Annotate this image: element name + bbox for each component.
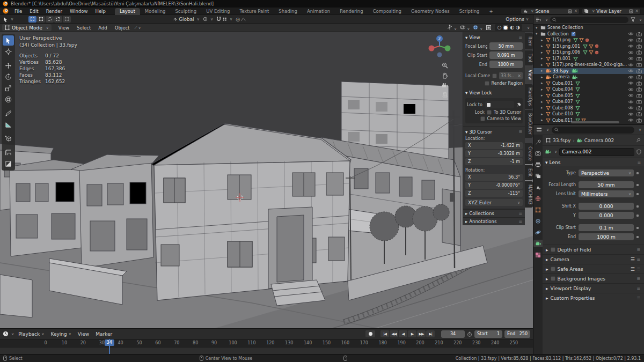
tool-boxcutter[interactable] — [3, 159, 14, 169]
eye-icon[interactable] — [628, 38, 634, 42]
pivot-dropdown[interactable]: ∨ — [203, 17, 213, 21]
panel-camera[interactable]: ▸Camera☰☰ — [543, 254, 644, 264]
properties-tab-view-layer[interactable] — [533, 172, 543, 180]
proportional-edit-toggle[interactable]: ◎ — [236, 17, 246, 22]
cursor-rotation-z[interactable]: Z-115° — [465, 190, 523, 197]
shading-material[interactable]: ◐ — [510, 25, 514, 30]
disclosure-icon[interactable]: ▸ — [541, 50, 546, 55]
tab-uv-editing[interactable]: UV Editing — [201, 8, 235, 15]
view-layer-selector[interactable]: ∨ View Layer × — [582, 8, 641, 14]
lens-panel-header[interactable]: ▾Lens☰ — [543, 158, 644, 166]
select-mode-box[interactable] — [37, 16, 45, 23]
select-mode-extra[interactable] — [63, 16, 71, 23]
outliner-row-cube-007[interactable]: ▸Cube.007 — [533, 99, 644, 105]
panel-background-images[interactable]: ▸Background Images☰ — [543, 274, 644, 283]
animate-dot[interactable] — [636, 193, 639, 195]
fake-user-shield-icon[interactable] — [636, 149, 641, 154]
render-visibility-icon[interactable] — [636, 50, 642, 55]
eye-icon[interactable] — [628, 81, 634, 86]
outliner-row-collection[interactable]: ▾Collection — [533, 31, 644, 38]
next-key-button[interactable]: ▶▶ — [417, 330, 426, 337]
eye-icon[interactable] — [628, 69, 634, 73]
lens-type-dropdown[interactable]: Perspective∨ — [579, 169, 634, 176]
new-layer-icon[interactable] — [629, 9, 633, 13]
tool-transform[interactable] — [3, 94, 14, 105]
local-camera-object[interactable]: 33.fs..× — [499, 72, 523, 79]
npanel-tab-machin3[interactable]: MACHIN3 — [525, 181, 533, 208]
panel-viewport-display[interactable]: ▸Viewport Display☰ — [543, 283, 644, 293]
filter-icon[interactable] — [631, 17, 635, 22]
tab-geometry-nodes[interactable]: Geometry Nodes — [406, 8, 455, 15]
properties-tab-scene[interactable] — [533, 183, 543, 191]
datablock-name-field[interactable]: Camera.002 — [559, 148, 634, 156]
disclosure-icon[interactable]: ▸ — [541, 112, 546, 116]
animate-dot[interactable] — [636, 236, 639, 238]
mode-dropdown[interactable]: Object Mode ∨ — [2, 24, 52, 31]
shift-y-field[interactable]: 0.000 — [579, 212, 634, 219]
local-camera-checkbox[interactable] — [492, 73, 497, 78]
tool-scale[interactable] — [3, 83, 14, 93]
pan-icon[interactable] — [442, 72, 448, 79]
show-gizmo-dropdown[interactable]: ∨ — [447, 25, 457, 31]
disclosure-icon[interactable]: ▸ — [541, 69, 546, 73]
eye-icon[interactable] — [628, 87, 634, 92]
properties-tab-output[interactable] — [533, 161, 543, 168]
shift-x-field[interactable]: 0.000 — [579, 203, 634, 210]
outliner-row-cube-005[interactable]: ▸Cube.005 — [533, 93, 644, 99]
render-visibility-icon[interactable] — [636, 81, 642, 86]
npanel-tab-tool[interactable]: Tool — [525, 50, 533, 65]
properties-tab-tool[interactable] — [533, 138, 543, 146]
select-mode-circle[interactable] — [46, 16, 54, 23]
outliner-row-cube-001[interactable]: ▸Cube.001 — [533, 80, 644, 87]
panel-depth-of-field[interactable]: ▸Depth of Field☰ — [543, 245, 644, 254]
to-3d-cursor-checkbox[interactable] — [487, 110, 492, 115]
tab-compositing[interactable]: Compositing — [368, 8, 406, 15]
panel-checkbox[interactable] — [551, 276, 555, 281]
rotation-order-dropdown[interactable]: XYZ Euler∨ — [465, 199, 523, 206]
timeline-menu-keying[interactable]: Keying ∨ — [47, 331, 74, 337]
render-region-checkbox[interactable] — [485, 81, 489, 86]
render-visibility-icon[interactable] — [636, 44, 642, 49]
outliner-row-cube-008[interactable]: ▸Cube.008 — [533, 105, 644, 112]
outliner-search[interactable] — [550, 17, 628, 23]
show-overlays-dropdown[interactable]: ∨ — [460, 25, 470, 31]
outliner-row-1-5-png-006[interactable]: ▸1(5).png.006 — [533, 49, 644, 56]
menu-window[interactable]: Window — [66, 9, 92, 14]
play-reverse-button[interactable]: ◀ — [399, 330, 407, 337]
properties-options[interactable]: ∨ — [639, 128, 641, 132]
render-visibility-icon[interactable] — [636, 56, 642, 61]
vp-menu-object[interactable]: Object — [111, 25, 134, 31]
render-visibility-icon[interactable] — [636, 87, 642, 92]
panel-checkbox[interactable] — [551, 247, 555, 252]
shading-wireframe[interactable]: ○ — [497, 25, 501, 30]
close-scene-icon[interactable]: × — [574, 9, 577, 13]
disclosure-icon[interactable]: ▸ — [541, 56, 546, 61]
panel-checkbox[interactable] — [551, 267, 555, 271]
cursor-location-y[interactable]: Y-0.3028 m — [465, 150, 523, 157]
zoom-icon[interactable] — [442, 62, 448, 69]
outliner-row-cube-004[interactable]: ▸Cube.004 — [533, 86, 644, 93]
local-view-dropdown[interactable]: ∨ — [473, 25, 482, 31]
clip-start-field[interactable]: 0.091 m — [489, 51, 523, 59]
cursor-location-z[interactable]: Z-1 m — [465, 158, 523, 165]
disclosure-icon[interactable]: ▾ — [536, 26, 540, 30]
tab-texture-paint[interactable]: Texture Paint — [235, 8, 274, 15]
view-lock-subpanel[interactable]: ▾View Lock — [465, 89, 523, 96]
vp-menu-view[interactable]: View — [55, 25, 73, 31]
render-visibility-icon[interactable] — [636, 112, 642, 116]
tab-scripting[interactable]: Scripting — [455, 8, 485, 15]
jump-start-button[interactable]: |◀ — [380, 330, 389, 337]
blender-menu-icon[interactable] — [3, 8, 9, 14]
current-frame-field[interactable]: 34 — [441, 330, 465, 338]
vp-menu-add[interactable]: Add — [94, 25, 111, 31]
properties-search[interactable] — [552, 127, 634, 134]
cursor-rotation-y[interactable]: Y-0.000076° — [465, 182, 523, 189]
tool-add-cube[interactable] — [3, 134, 14, 144]
tab-sculpting[interactable]: Sculpting — [170, 8, 201, 15]
new-scene-icon[interactable] — [568, 9, 572, 13]
eye-icon[interactable] — [628, 44, 634, 49]
menu-edit[interactable]: Edit — [26, 9, 42, 14]
clip-start-field[interactable]: 0.1 m — [579, 224, 634, 231]
eye-icon[interactable] — [628, 106, 634, 110]
outliner-row-1-5-png-001[interactable]: ▸1(5).png.001 — [533, 43, 644, 50]
